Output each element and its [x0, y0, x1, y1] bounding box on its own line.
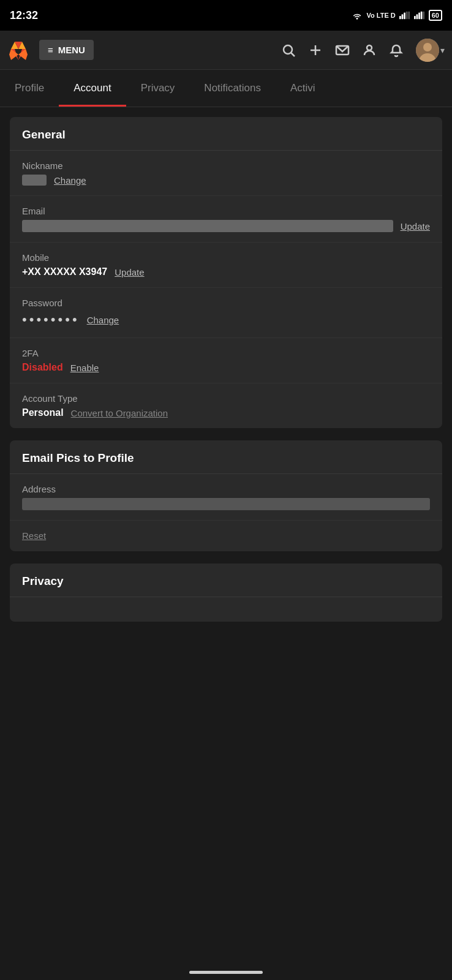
mobile-number: +XX XXXXX X3947 — [22, 266, 107, 277]
main-content: General Nickname Change Email Update Mob… — [0, 107, 452, 644]
avatar — [416, 39, 439, 62]
mobile-label: Mobile — [22, 252, 430, 263]
mobile-update-btn[interactable]: Update — [115, 267, 144, 277]
privacy-section: Privacy — [10, 564, 442, 622]
privacy-section-header: Privacy — [10, 564, 442, 597]
tabs-container: Profile Account Privacy Notifications Ac… — [0, 70, 452, 107]
svg-point-10 — [284, 45, 292, 54]
wifi-icon — [352, 11, 363, 20]
search-button[interactable] — [281, 43, 296, 58]
svg-rect-1 — [401, 14, 403, 19]
menu-button[interactable]: ≡ MENU — [39, 40, 94, 60]
tab-notifications[interactable]: Notifications — [189, 70, 276, 107]
general-title: General — [22, 128, 66, 141]
account-type-row: Account Type Personal Convert to Organiz… — [10, 383, 442, 428]
signal-text: Vo LTE D — [366, 12, 395, 19]
signal2-icon — [414, 11, 425, 20]
top-nav: ≡ MENU — [0, 31, 452, 70]
menu-lines-icon: ≡ — [48, 45, 53, 55]
nickname-row: Nickname Change — [10, 151, 442, 196]
address-value — [22, 498, 430, 510]
address-reset-btn[interactable]: Reset — [22, 530, 46, 541]
tab-privacy[interactable]: Privacy — [126, 70, 190, 107]
email-pics-title: Email Pics to Profile — [22, 451, 134, 464]
signal-icon — [399, 11, 410, 20]
svg-line-11 — [292, 53, 295, 56]
menu-label: MENU — [58, 45, 85, 55]
gitlab-logo — [7, 39, 29, 61]
mail-button[interactable] — [335, 43, 350, 58]
password-row: Password •••••••• Change — [10, 288, 442, 338]
plus-icon — [308, 43, 323, 58]
email-update-btn[interactable]: Update — [401, 221, 430, 232]
svg-rect-5 — [414, 16, 416, 19]
svg-point-15 — [367, 45, 372, 50]
svg-rect-4 — [408, 12, 410, 20]
mobile-row: Mobile +XX XXXXX X3947 Update — [10, 243, 442, 288]
email-label: Email — [22, 206, 430, 216]
mobile-value: +XX XXXXX X3947 Update — [22, 266, 430, 277]
password-change-btn[interactable]: Change — [87, 315, 119, 325]
svg-rect-7 — [418, 13, 420, 20]
home-bar — [189, 971, 263, 974]
general-section-header: General — [10, 117, 442, 151]
svg-rect-0 — [399, 16, 401, 19]
twofa-row: 2FA Disabled Enable — [10, 338, 442, 383]
account-type-label: Account Type — [22, 393, 430, 404]
address-label: Address — [22, 484, 430, 494]
account-type-text: Personal — [22, 407, 64, 418]
svg-rect-6 — [416, 14, 418, 19]
password-label: Password — [22, 298, 430, 308]
status-time: 12:32 — [10, 9, 38, 22]
status-bar: 12:32 Vo LTE D 60 — [0, 0, 452, 31]
privacy-title: Privacy — [22, 575, 64, 587]
address-blurred — [22, 498, 430, 510]
bell-button[interactable] — [389, 43, 404, 58]
tab-profile[interactable]: Profile — [0, 70, 59, 107]
battery-icon: 60 — [429, 10, 442, 21]
svg-rect-8 — [421, 12, 423, 20]
mail-icon — [335, 43, 350, 58]
general-section: General Nickname Change Email Update Mob… — [10, 117, 442, 428]
svg-point-17 — [423, 43, 432, 51]
account-type-value: Personal Convert to Organization — [22, 407, 430, 418]
nickname-blurred — [22, 175, 47, 186]
nav-icons: ▾ — [281, 39, 445, 62]
email-value: Update — [22, 220, 430, 232]
password-dots: •••••••• — [22, 312, 80, 328]
convert-to-org-btn[interactable]: Convert to Organization — [71, 408, 168, 418]
tab-account[interactable]: Account — [59, 70, 126, 107]
password-value: •••••••• Change — [22, 312, 430, 328]
svg-rect-9 — [423, 12, 424, 20]
user-icon — [362, 43, 377, 58]
status-icons: Vo LTE D 60 — [352, 10, 442, 21]
nickname-label: Nickname — [22, 160, 430, 171]
email-pics-section: Email Pics to Profile Address Reset — [10, 440, 442, 551]
email-blurred — [22, 220, 393, 232]
svg-rect-2 — [404, 13, 405, 20]
twofa-label: 2FA — [22, 348, 430, 358]
avatar-button[interactable]: ▾ — [416, 39, 445, 62]
nickname-change-btn[interactable]: Change — [54, 175, 86, 186]
nickname-value: Change — [22, 175, 430, 186]
svg-rect-3 — [406, 12, 408, 20]
reset-row: Reset — [10, 521, 442, 551]
avatar-image — [416, 39, 439, 62]
tab-activity[interactable]: Activi — [276, 70, 330, 107]
email-row: Email Update — [10, 196, 442, 243]
address-row: Address — [10, 474, 442, 521]
create-button[interactable] — [308, 43, 323, 58]
search-icon — [281, 43, 296, 58]
bell-icon — [389, 43, 404, 58]
user-button[interactable] — [362, 43, 377, 58]
chevron-down-icon: ▾ — [440, 45, 445, 55]
twofa-value: Disabled Enable — [22, 362, 430, 373]
twofa-enable-btn[interactable]: Enable — [70, 363, 99, 373]
email-pics-header: Email Pics to Profile — [10, 440, 442, 474]
twofa-status: Disabled — [22, 362, 63, 373]
